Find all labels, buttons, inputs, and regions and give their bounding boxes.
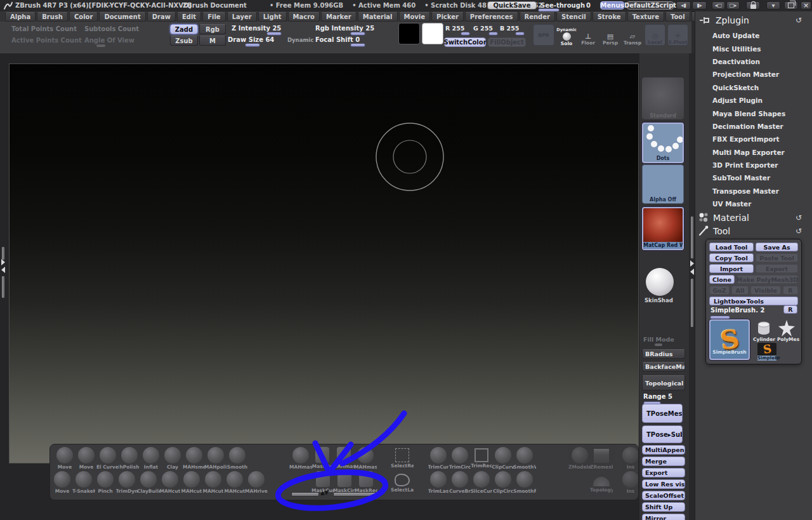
tray-resize-bar-right[interactable] — [333, 492, 381, 497]
skinshade-material-thumb[interactable] — [646, 268, 674, 296]
left-tray-handle-bar2[interactable] — [1, 276, 5, 298]
tposemesh-button[interactable]: TPoseMesh — [642, 404, 683, 423]
brush-item[interactable]: Move — [54, 447, 75, 470]
material-palette-header[interactable]: Material — [698, 212, 749, 223]
tray-action-button[interactable]: Low Res vis — [642, 479, 685, 489]
left-tray-handle-bar[interactable] — [1, 246, 5, 260]
rgb-button[interactable]: Rgb — [199, 24, 226, 34]
menu-item[interactable]: Marker — [321, 12, 357, 22]
primary-color-swatch[interactable] — [422, 23, 443, 44]
save-as-button[interactable]: Save As — [756, 243, 798, 251]
minimize-button[interactable]: ▾ — [766, 1, 780, 10]
brush-item[interactable]: MAHmas — [355, 447, 376, 470]
window-back-icon[interactable]: ◂□ — [712, 1, 725, 10]
material-refresh-icon[interactable]: ↺ — [796, 213, 802, 222]
persp-button[interactable]: ▤ Persp — [599, 24, 621, 46]
focal-shift-slider[interactable] — [350, 43, 365, 47]
tool-palette-header[interactable]: Tool — [698, 225, 730, 236]
goz-r-button[interactable]: R — [783, 286, 798, 295]
current-stroke-thumb[interactable]: Dots — [642, 123, 684, 163]
simplebrush-small-thumb[interactable]: S SimpleBr — [757, 342, 777, 361]
zplugin-menu-item[interactable]: Multi Map Exporter — [695, 146, 812, 159]
draw-size-slider[interactable] — [245, 43, 260, 47]
zplugin-menu-item[interactable]: Decimation Master — [695, 120, 812, 133]
export-button[interactable]: Export — [756, 264, 798, 273]
menu-item[interactable]: Document — [99, 12, 145, 22]
quicksave-button[interactable]: QuickSave — [487, 1, 537, 10]
menu-item[interactable]: Stroke — [593, 12, 626, 22]
brush-item[interactable]: ClipCurv — [492, 447, 514, 470]
fillobject-button[interactable]: FillObject — [488, 37, 526, 47]
zplugin-menu-item[interactable]: Misc Utilities — [695, 42, 812, 55]
lightbox-tools-button[interactable]: Lightbox▸Tools — [709, 297, 798, 305]
brush-item[interactable]: SmoothV — [514, 447, 535, 470]
m-button[interactable]: M — [199, 36, 226, 46]
restore-button[interactable] — [784, 1, 798, 10]
import-button[interactable]: Import — [709, 264, 754, 273]
zplugin-menu-item[interactable]: Deactivation — [695, 55, 812, 68]
brush-item[interactable]: MAHcut — [202, 471, 224, 494]
right-tray-handle-bar2[interactable] — [690, 278, 694, 328]
menu-item[interactable]: Render — [520, 12, 555, 22]
spivot-button[interactable]: ✛ S.Pivot — [667, 24, 688, 46]
brush-item[interactable]: Inflat — [140, 447, 162, 470]
brush-item[interactable]: SmoothF — [514, 471, 535, 494]
tpose-subt-button[interactable]: TPose▸SubT — [642, 425, 683, 443]
tray-action-button[interactable]: Export — [642, 468, 685, 477]
paste-tool-button[interactable]: Paste Tool — [756, 253, 798, 262]
brush-item[interactable]: ZRemesh — [591, 447, 612, 470]
red-slider[interactable] — [461, 32, 470, 36]
brush-item[interactable]: MaskCirc — [334, 471, 355, 493]
current-alpha-thumb[interactable]: Alpha Off — [642, 164, 684, 204]
menu-item[interactable]: Layer — [227, 12, 257, 22]
zplugin-refresh-icon[interactable]: ↺ — [796, 16, 802, 25]
zplugin-palette-header[interactable]: Zplugin — [699, 15, 749, 25]
document-canvas[interactable] — [9, 63, 639, 463]
right-tray-toggle-icon[interactable]: ▮▸ — [692, 1, 707, 10]
brush-item[interactable]: MaskPe — [311, 447, 333, 470]
menu-item[interactable]: Preferences — [465, 12, 518, 22]
right-tray-open-icon[interactable] — [690, 260, 694, 267]
brush-item[interactable]: Pinch — [95, 471, 116, 494]
brush-item[interactable]: TrimCur — [428, 447, 449, 470]
floor-button[interactable]: ⊥ Floor — [579, 24, 598, 46]
menu-item[interactable]: Material — [358, 12, 398, 22]
copy-tool-button[interactable]: Copy Tool — [709, 253, 754, 262]
right-tray-close-icon[interactable] — [690, 269, 694, 275]
tray-action-button[interactable]: MultiAppend — [642, 445, 685, 455]
tray-resize-bar-left[interactable] — [291, 492, 319, 497]
clone-button[interactable]: Clone — [709, 275, 735, 284]
menu-item[interactable]: Tool — [665, 12, 690, 22]
bradius-button[interactable]: BRadius — [642, 349, 685, 359]
active-tool-thumb[interactable]: S SimpleBrush — [709, 319, 750, 360]
left-tray-toggle-icon[interactable]: ◂▮ — [676, 1, 691, 10]
menu-item[interactable]: Texture — [627, 12, 664, 22]
fill-mode-slider[interactable] — [655, 343, 662, 346]
tray-action-button[interactable]: Mirror — [642, 514, 685, 520]
brush-item[interactable]: TrimLas — [428, 471, 449, 494]
default-zscript-button[interactable]: DefaultZScript — [627, 1, 674, 10]
brush-item[interactable]: Move — [75, 447, 97, 470]
goz-all-button[interactable]: All — [731, 286, 749, 295]
tool-refresh-icon[interactable]: ↺ — [796, 227, 802, 236]
blue-slider[interactable] — [515, 32, 525, 36]
zplugin-menu-item[interactable]: Adjust Plugin — [695, 94, 812, 107]
brush-item[interactable]: Ins — [620, 447, 639, 470]
brush-item[interactable]: El CurvePin — [97, 447, 119, 470]
tray-action-button[interactable]: ScaleOffset — [642, 491, 685, 500]
make-polymesh3d-button[interactable]: Make PolyMesh3D — [737, 275, 798, 284]
brush-item[interactable]: SelectRe — [391, 447, 413, 469]
brush-item[interactable]: MAHsmo — [183, 447, 205, 470]
window-front-icon[interactable]: □▸ — [726, 1, 740, 10]
left-tray-close-icon[interactable] — [1, 267, 5, 273]
menu-item[interactable]: Stencil — [556, 12, 591, 22]
close-button[interactable]: × — [801, 1, 811, 10]
lock-icon[interactable] — [746, 1, 760, 10]
zplugin-menu-item[interactable]: Transpose Master — [695, 185, 812, 197]
rgb-intensity-slider[interactable] — [350, 32, 365, 36]
tray-collapse-expand-icon[interactable]: ▲▼ — [320, 490, 328, 496]
angle-of-view-slider[interactable] — [96, 44, 105, 47]
zplugin-menu-item[interactable]: UV Master — [695, 197, 812, 210]
menu-item[interactable]: Color — [69, 12, 98, 22]
menu-item[interactable]: Brush — [37, 12, 68, 22]
